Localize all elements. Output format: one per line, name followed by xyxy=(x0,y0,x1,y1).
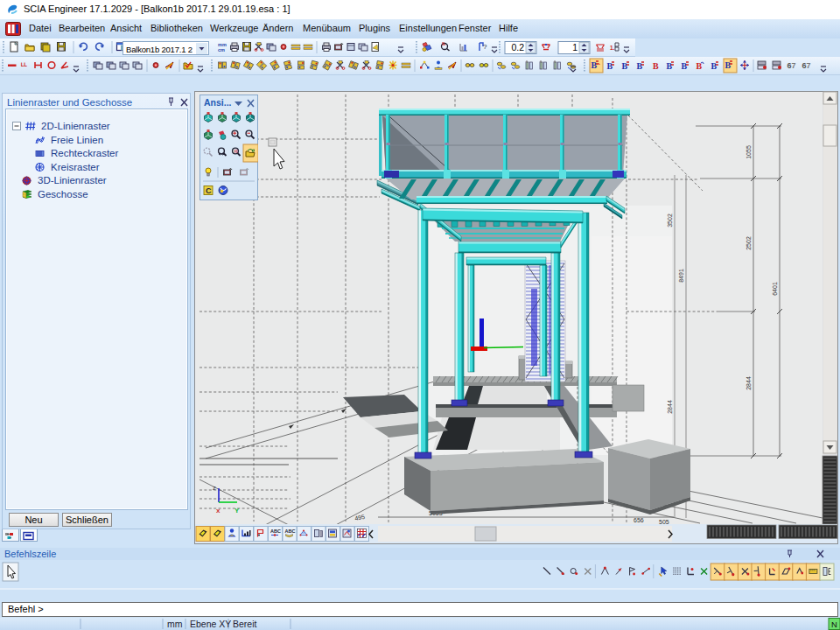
svg-text:Ebene XY: Ebene XY xyxy=(190,619,231,629)
svg-text:ABC: ABC xyxy=(270,528,281,534)
svg-text:8491: 8491 xyxy=(678,269,684,283)
svg-text:ABC: ABC xyxy=(285,528,296,534)
svg-text:3502: 3502 xyxy=(667,214,673,228)
svg-text:2844: 2844 xyxy=(667,400,673,414)
svg-text:Ansi...: Ansi... xyxy=(204,97,232,108)
svg-text:1055: 1055 xyxy=(746,145,752,159)
svg-text:2844: 2844 xyxy=(746,376,752,390)
svg-text:C: C xyxy=(206,186,212,195)
svg-text:R: R xyxy=(234,149,239,154)
svg-text:6401: 6401 xyxy=(772,282,778,296)
svg-text:N: N xyxy=(831,620,837,629)
svg-text:x: x xyxy=(216,507,220,514)
svg-text:mm: mm xyxy=(167,619,183,629)
svg-text:Befehlszeile: Befehlszeile xyxy=(4,549,56,559)
svg-text:656: 656 xyxy=(634,517,644,523)
svg-text:2502: 2502 xyxy=(746,236,752,250)
svg-text:Bereit: Bereit xyxy=(233,619,257,629)
svg-text:z: z xyxy=(213,484,216,492)
svg-text:505: 505 xyxy=(659,519,669,525)
svg-text:Y: Y xyxy=(234,507,240,514)
